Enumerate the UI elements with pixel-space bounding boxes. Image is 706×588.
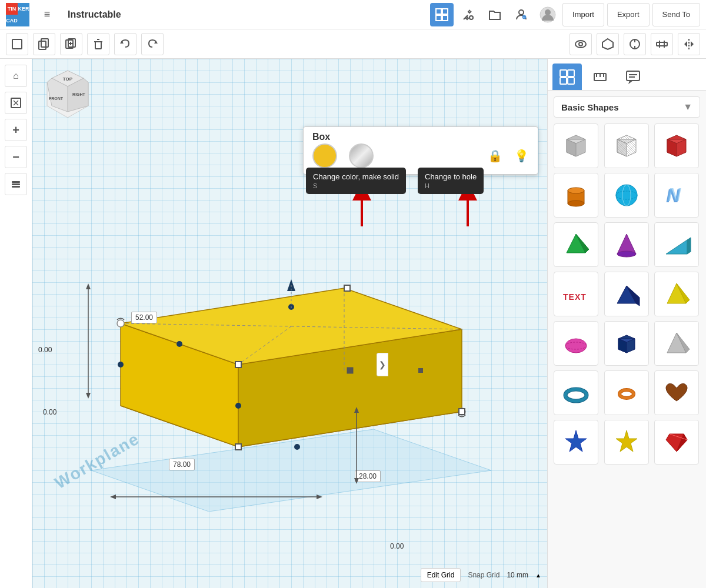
logo: TIN KER CAD — [6, 3, 29, 26]
shape-ellipsoid[interactable] — [554, 321, 598, 366]
color-button[interactable] — [312, 143, 337, 168]
right-panel: Basic Shapes ▼ — [547, 59, 706, 588]
svg-point-22 — [575, 41, 586, 48]
shape-box-red[interactable] — [654, 123, 699, 168]
home-icon: ⌂ — [13, 71, 19, 81]
lock-button[interactable]: 🔒 — [488, 149, 502, 163]
zoom-in-button[interactable]: + — [5, 119, 27, 141]
depth-arrow — [348, 406, 365, 488]
svg-rect-67 — [235, 444, 241, 450]
snap-value: 10 mm — [507, 571, 528, 579]
shape-pipe[interactable] — [604, 370, 649, 415]
tab-grid[interactable] — [552, 64, 582, 90]
svg-marker-137 — [565, 430, 587, 452]
new-button[interactable] — [6, 33, 28, 55]
edit-grid-button[interactable]: Edit Grid — [421, 568, 461, 582]
workplane-button[interactable] — [597, 33, 619, 55]
height-arrow — [79, 282, 97, 400]
svg-point-61 — [118, 362, 124, 368]
left-panel: ⌂ + − — [0, 59, 32, 588]
svg-point-56 — [117, 320, 124, 327]
mirror-button[interactable] — [678, 33, 700, 55]
svg-rect-65 — [235, 362, 241, 368]
snap-arrow[interactable]: ▲ — [535, 572, 541, 579]
shape-box-stripes[interactable] — [604, 123, 649, 168]
import-button[interactable]: Import — [562, 3, 604, 26]
duplicate-button[interactable] — [60, 33, 82, 55]
grid-view-button[interactable] — [430, 3, 454, 26]
shape-cone-gray[interactable] — [654, 321, 699, 366]
shape-pyramid-green[interactable] — [554, 222, 598, 267]
app-title: Instructable — [68, 9, 121, 20]
shape-wedge[interactable] — [654, 222, 699, 267]
z-bottom-dimension: 0.00 — [43, 408, 56, 416]
shape-prism[interactable] — [604, 272, 649, 316]
svg-rect-69 — [459, 409, 465, 415]
shapes-title: Basic Shapes — [561, 102, 619, 112]
shape-star-yellow[interactable] — [604, 420, 649, 465]
svg-marker-119 — [666, 240, 687, 254]
shapes-header[interactable]: Basic Shapes ▼ — [554, 96, 700, 118]
ruler-button[interactable] — [624, 33, 646, 55]
canvas-area[interactable]: TOP FRONT RIGHT Workplane — [32, 59, 547, 588]
tab-comment[interactable] — [618, 64, 648, 90]
hole-button[interactable] — [349, 143, 374, 168]
undo-button[interactable] — [114, 33, 136, 55]
zoom-out-button[interactable]: − — [5, 146, 27, 168]
svg-rect-88 — [568, 78, 574, 84]
svg-rect-1 — [442, 9, 448, 14]
fit-button[interactable] — [5, 92, 27, 114]
svg-marker-83 — [86, 283, 91, 289]
light-button[interactable]: 💡 — [514, 149, 529, 163]
home-button[interactable]: ⌂ — [5, 65, 27, 87]
svg-rect-93 — [627, 71, 640, 81]
shape-torus[interactable] — [554, 370, 598, 415]
svg-rect-0 — [436, 9, 441, 14]
redo-button[interactable] — [141, 33, 164, 55]
menu-icon-button[interactable]: ≡ — [35, 3, 59, 26]
export-button[interactable]: Export — [607, 3, 650, 26]
svg-rect-70 — [344, 285, 350, 291]
send-to-button[interactable]: Send To — [652, 3, 700, 26]
shape-pyramid-yellow[interactable] — [654, 272, 699, 316]
view-toggle-button[interactable] — [570, 33, 592, 55]
logo-n: CAD — [6, 15, 18, 26]
svg-rect-66 — [347, 368, 353, 373]
copy-button[interactable] — [33, 33, 55, 55]
shape-star-blue[interactable] — [554, 420, 598, 465]
svg-rect-17 — [95, 42, 101, 49]
snap-button[interactable] — [651, 33, 673, 55]
delete-button[interactable] — [87, 33, 109, 55]
shape-gem[interactable] — [654, 420, 699, 465]
shape-box-gray[interactable] — [554, 123, 598, 168]
user-button[interactable]: + — [509, 3, 533, 26]
undo-icon — [119, 38, 131, 50]
nav-cube[interactable]: TOP FRONT RIGHT — [41, 68, 94, 121]
layers-button[interactable] — [5, 173, 27, 195]
shape-box-blue[interactable] — [604, 321, 649, 366]
tab-ruler[interactable] — [585, 64, 615, 90]
avatar-button[interactable] — [536, 3, 560, 26]
shape-cone-purple[interactable] — [604, 222, 649, 267]
tools-button[interactable] — [457, 3, 480, 26]
svg-marker-33 — [691, 41, 694, 47]
z-left-dimension: 0.00 — [38, 346, 52, 354]
shape-cylinder[interactable] — [554, 173, 598, 218]
shape-heart[interactable] — [654, 370, 699, 415]
svg-marker-84 — [86, 393, 91, 399]
shape-text[interactable]: N N — [654, 173, 699, 218]
shape-sphere[interactable] — [604, 173, 649, 218]
box-3d[interactable] — [91, 218, 503, 512]
folder-icon — [488, 8, 501, 21]
layers-icon — [11, 179, 21, 189]
width-arrow — [109, 488, 327, 506]
svg-rect-11 — [39, 41, 46, 49]
svg-rect-71 — [418, 368, 423, 373]
shapes-dropdown-icon: ▼ — [683, 102, 692, 112]
svg-text:TOP: TOP — [63, 76, 73, 82]
shape-text-3d[interactable]: TEXT — [554, 272, 598, 316]
folder-button[interactable] — [483, 3, 507, 26]
svg-point-109 — [568, 201, 584, 206]
collapse-panel-button[interactable]: ❯ — [377, 353, 388, 376]
menu-icon: ≡ — [44, 8, 51, 21]
